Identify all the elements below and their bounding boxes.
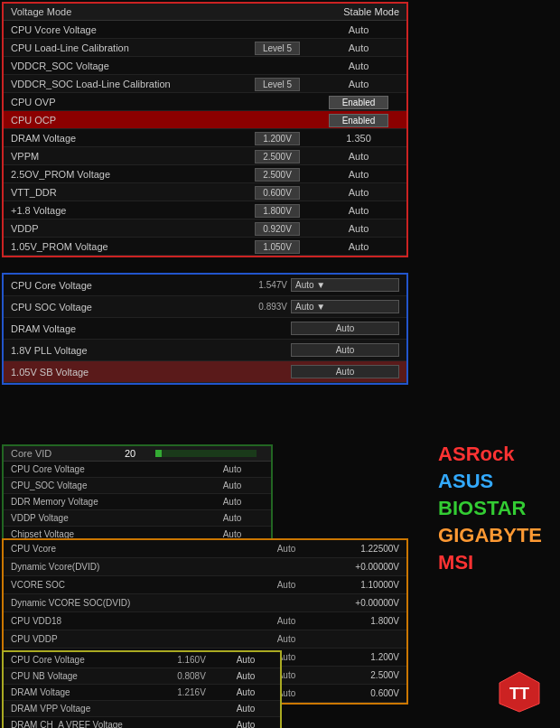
o-row: Dynamic VCORE SOC(DVID)+0.00000V [4, 594, 406, 612]
p2-row-name: DRAM Voltage [11, 323, 237, 334]
y-row: DRAM CH_A VREF VoltageAuto [4, 717, 280, 728]
row-name: DRAM Voltage [11, 133, 237, 144]
o-row-val: 0.600V [318, 688, 399, 698]
o-row-val: +0.00000V [318, 598, 399, 608]
core-vid-label: Core VID [11, 448, 112, 459]
brand-asus: ASUS [438, 470, 542, 493]
table-row: VDDP0.920VAuto [4, 219, 406, 238]
row-val: 1.350 [318, 133, 399, 144]
table-row: VTT_DDR0.600VAuto [4, 183, 406, 201]
brand-labels: ASRock ASUS BIOSTAR GIGABYTE MSI [438, 443, 542, 574]
table-row: DRAM Voltage1.200V1.350 [4, 129, 406, 147]
y-row-name: DRAM Voltage [11, 687, 164, 697]
y-row-name: CPU Core Voltage [11, 655, 164, 665]
o-row-val: 1.800V [318, 616, 399, 626]
panel5-rows-container: CPU Core Voltage1.160VAutoCPU NB Voltage… [4, 652, 280, 728]
y-row-val: Auto [219, 671, 273, 681]
row-name: CPU OVP [11, 97, 237, 107]
row-name: CPU Vcore Voltage [11, 24, 237, 35]
g-row-name: DDR Memory Voltage [11, 497, 201, 507]
row-val: Auto [318, 205, 399, 216]
g-row: VDDP VoltageAuto [4, 510, 271, 527]
brand-biostar: BIOSTAR [438, 497, 542, 520]
row-name: VDDP [11, 223, 237, 234]
voltage-mode-value: Stable Mode [343, 6, 399, 17]
table-row: 2.5OV_PROM Voltage2.500VAuto [4, 165, 406, 183]
row-name: VPPM [11, 151, 237, 162]
o-row-val: 2.500V [318, 670, 399, 680]
voltage-mode-header: Voltage Mode Stable Mode [4, 4, 406, 21]
tt-logo: TT [497, 669, 542, 714]
row-name: +1.8 Voltage [11, 205, 237, 216]
table-row: CPU Load-Line CalibrationLevel 5Auto [4, 39, 406, 57]
row-mid: 0.600V [237, 187, 318, 198]
table-row: VDDCR_SOC Load-Line CalibrationLevel 5Au… [4, 75, 406, 93]
y-row: DRAM Voltage1.216VAuto [4, 685, 280, 701]
row-name: CPU Load-Line Calibration [11, 42, 237, 53]
o-row-mid: Auto [255, 580, 318, 590]
row-mid: 1.050V [237, 241, 318, 252]
row-mid: 1.200V [237, 133, 318, 144]
o-row: Dynamic Vcore(DVID)+0.00000V [4, 558, 406, 576]
p2-row: CPU Core Voltage1.547VAuto ▼ [4, 275, 406, 296]
table-row: CPU Vcore VoltageAuto [4, 21, 406, 39]
g-row-val: Auto [201, 497, 264, 507]
p2-row-ctrl: Auto [291, 322, 399, 335]
row-mid: 0.920V [237, 223, 318, 234]
table-row: VPPM2.500VAuto [4, 147, 406, 165]
table-row: +1.8 Voltage1.800VAuto [4, 201, 406, 219]
row-mid: 2.500V [237, 169, 318, 180]
p2-row-name: CPU SOC Voltage [11, 302, 237, 313]
brand-asrock: ASRock [438, 443, 542, 466]
row-name: 2.5OV_PROM Voltage [11, 169, 237, 180]
p2-row-ctrl[interactable]: Auto ▼ [291, 278, 399, 292]
y-row: CPU NB Voltage0.808VAuto [4, 668, 280, 685]
o-row-val: 1.10000V [318, 580, 399, 590]
g-row-name: CPU Core Voltage [11, 464, 201, 474]
row-name: 1.05V_PROM Voltage [11, 241, 237, 252]
row-mid: 1.800V [237, 205, 318, 216]
p2-row: 1.8V PLL VoltageAuto [4, 340, 406, 361]
g-row: DDR Memory VoltageAuto [4, 494, 271, 510]
o-row: CPU VcoreAuto1.22500V [4, 540, 406, 558]
p2-row-val: 1.547V [237, 280, 291, 290]
row-val: Enabled [318, 115, 399, 126]
row-val: Auto [318, 187, 399, 198]
row-val: Auto [318, 79, 399, 89]
row-name: VTT_DDR [11, 187, 237, 198]
g-row-val: Auto [201, 513, 264, 523]
o-row: CPU VDDPAuto [4, 630, 406, 649]
o-row-name: Dynamic Vcore(DVID) [11, 562, 255, 572]
row-name: VDDCR_SOC Voltage [11, 61, 237, 71]
table-row: 1.05V_PROM Voltage1.050VAuto [4, 238, 406, 256]
y-row-mid: 1.216V [164, 687, 219, 697]
row-val: Auto [318, 42, 399, 53]
brand-gigabyte: GIGABYTE [438, 524, 542, 547]
p2-row-name: CPU Core Voltage [11, 280, 237, 291]
o-row-mid: Auto [255, 616, 318, 626]
row-mid: Level 5 [237, 42, 318, 53]
row-val: Auto [318, 223, 399, 234]
y-row: CPU Core Voltage1.160VAuto [4, 652, 280, 668]
o-row-name: CPU VDD18 [11, 616, 255, 626]
panel-voltage-mode: Voltage Mode Stable Mode CPU Vcore Volta… [2, 2, 408, 257]
p2-row-ctrl[interactable]: Auto ▼ [291, 300, 399, 313]
p2-row-name: 1.8V PLL Voltage [11, 345, 237, 356]
o-row: VCORE SOCAuto1.10000V [4, 576, 406, 594]
o-row-val: 1.22500V [318, 544, 399, 554]
o-row-name: VCORE SOC [11, 580, 255, 590]
row-name: CPU OCP [11, 115, 237, 126]
table-row: VDDCR_SOC VoltageAuto [4, 57, 406, 75]
y-row-name: DRAM VPP Voltage [11, 704, 164, 714]
row-val: Enabled [318, 97, 399, 107]
o-row-val: 1.200V [318, 652, 399, 662]
core-vid-bar-fill [155, 450, 162, 457]
g-row-val: Auto [201, 464, 264, 474]
o-row-mid: Auto [255, 634, 318, 644]
p2-row: CPU SOC Voltage0.893VAuto ▼ [4, 296, 406, 318]
core-vid-header: Core VID 20 [4, 446, 271, 462]
g-row: CPU_SOC VoltageAuto [4, 478, 271, 494]
g-row: CPU Core VoltageAuto [4, 462, 271, 478]
o-row-name: CPU VDDP [11, 634, 255, 644]
row-mid: 2.500V [237, 151, 318, 162]
